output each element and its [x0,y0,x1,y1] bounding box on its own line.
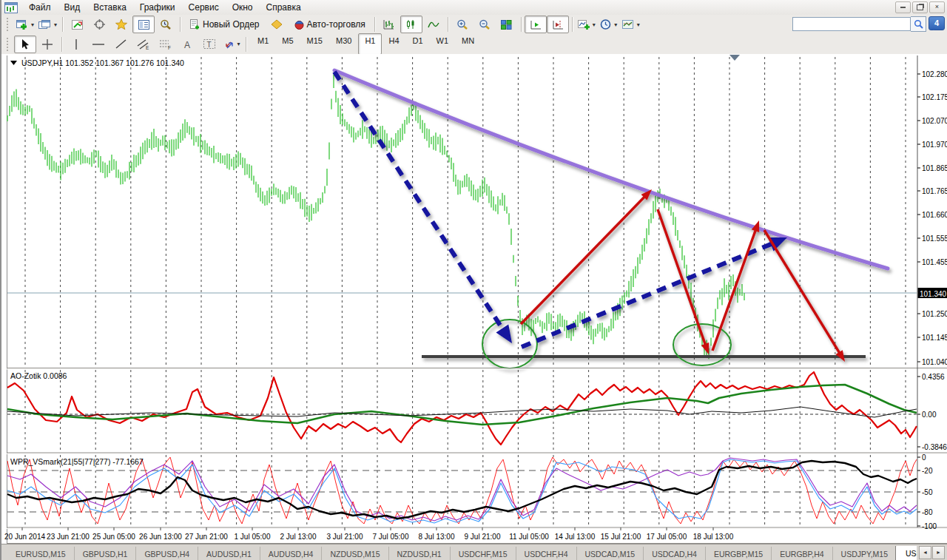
zoom-in-button[interactable] [451,16,474,33]
navigator-button[interactable] [110,16,132,33]
price-axis-label: 101.040 [922,358,947,366]
timeframe-button-mn[interactable]: MN [455,33,481,55]
autotrading-button[interactable]: Авто-торговля [288,16,371,33]
minimize-button[interactable] [895,1,911,13]
vertical-line-icon [73,39,80,50]
chart-tab[interactable]: EURGBP,M15 [705,547,771,560]
toolbar-grip[interactable] [7,18,12,31]
timeframe-button-m1[interactable]: M1 [251,33,275,55]
time-axis-label: 8 Jul 13:00 [419,533,455,541]
crosshair-tool-button[interactable] [36,36,58,53]
vertical-line-tool-button[interactable] [65,36,87,53]
text-tool-button[interactable]: A [176,36,198,53]
new-chart-button[interactable]: ▾ [14,16,36,33]
equidistant-channel-tool-button[interactable]: E [132,36,154,53]
price-axis-label: 101.455 [922,258,947,266]
new-order-icon [189,19,200,30]
toolbar-grip[interactable] [7,38,12,51]
close-button[interactable]: × [929,1,945,13]
timeframe-button-h1[interactable]: H1 [358,33,382,55]
line-chart-button[interactable] [422,16,445,33]
tab-scroll-right-button[interactable]: ► [932,546,945,559]
candlestick-chart-button[interactable] [400,16,422,33]
fibonacci-icon: F [159,39,172,50]
periods-button[interactable]: ▾ [598,16,620,33]
chart-tab[interactable]: GBPUSD,H1 [74,547,136,560]
timeframe-button-m5[interactable]: M5 [275,33,300,55]
chart-tab[interactable]: USDJPY,H1 [895,546,917,560]
chart-tab[interactable]: EURGBP,H4 [771,547,832,560]
chart-tab[interactable]: USDCHF,H4 [516,547,576,560]
strategy-tester-icon [160,19,172,30]
ao-indicator-label: AO-Zotik 0.0086 [10,371,67,380]
chart-tab[interactable]: GBPUSD,H4 [135,547,198,560]
price-axis-label: 102.280 [922,70,947,78]
terminal-icon [138,20,149,30]
menu-item-вид[interactable]: Вид [58,0,87,15]
search-button[interactable] [911,16,926,32]
tile-windows-button[interactable] [496,16,518,33]
fibonacci-tool-button[interactable]: F [154,36,176,53]
community-badge[interactable]: 4 [929,16,945,30]
bar-chart-button[interactable] [378,16,400,33]
metaeditor-button[interactable] [266,16,288,33]
chart-tab[interactable]: NZDUSD,H1 [388,547,450,560]
menu-item-вставка[interactable]: Вставка [87,0,133,15]
chart-tab[interactable]: EURUSD,M15 [7,547,74,560]
strategy-tester-button[interactable] [155,16,177,33]
main-menu: ФайлВидВставкаГрафикиСервисОкноСправка [22,0,308,15]
chart-tab[interactable]: USDCAD,M15 [576,547,644,560]
timeframe-button-m30[interactable]: M30 [329,33,358,55]
menu-item-окно[interactable]: Окно [226,0,260,15]
timeframe-button-d1[interactable]: D1 [406,33,430,55]
zoom-in-icon [456,19,468,30]
arrows-tool-button[interactable]: ▾ [220,36,243,53]
text-label-tool-button[interactable]: T [198,36,220,53]
trendline-tool-button[interactable] [109,36,132,53]
svg-text:T: T [207,41,212,49]
timeframe-button-h4[interactable]: H4 [382,33,405,55]
metaeditor-icon [271,19,283,30]
templates-button[interactable]: ▾ [620,16,642,33]
horizontal-line-tool-button[interactable] [87,36,109,53]
terminal-button[interactable] [132,16,155,33]
tab-scroll-left-button[interactable]: ◄ [919,546,931,559]
time-axis-label: 14 Jul 13:00 [555,533,596,541]
chart-tabs: EURUSD,M15GBPUSD,H1GBPUSD,H4AUDUSD,H1AUD… [7,546,917,560]
svg-text:F: F [168,44,171,50]
new-order-button[interactable]: Новый Ордер [183,16,265,33]
data-window-button[interactable] [88,16,110,33]
profiles-button[interactable]: ▾ [36,16,59,33]
time-axis-label: 15 Jul 21:00 [601,533,641,541]
time-axis-label: 23 Jun 21:00 [47,533,90,541]
chart-tab[interactable]: AUDUSD,H1 [198,547,260,560]
menu-item-справка[interactable]: Справка [260,0,308,15]
chart-tab[interactable]: AUDUSD,H4 [260,547,322,560]
market-watch-icon [72,20,83,30]
toolbar-separator [572,17,573,32]
zoom-out-button[interactable] [474,16,496,33]
chart-shift-button[interactable] [547,16,569,33]
chart-tab[interactable]: NZDUSD,M15 [321,547,388,560]
search-input[interactable] [792,17,911,31]
search-area [792,16,926,32]
chart-area: 102.280102.175102.070101.970101.865101.7… [1,54,947,544]
chart-tab[interactable]: USDJPY,M15 [832,547,896,560]
time-axis-label: 25 Jun 05:00 [92,533,135,541]
chart-tab[interactable]: USDCAD,H4 [643,547,705,560]
cursor-tool-button[interactable] [14,36,36,53]
market-watch-button[interactable] [66,16,88,33]
restore-button[interactable] [912,1,928,13]
chevron-down-icon: ▾ [54,21,57,28]
chart-tab[interactable]: USDCHF,M15 [450,547,516,560]
chart-tab-bar: EURUSD,M15GBPUSD,H1GBPUSD,H4AUDUSD,H1AUD… [1,544,947,560]
menu-item-графики[interactable]: Графики [133,0,182,15]
toolbar-separator [374,17,375,32]
timeframe-button-w1[interactable]: W1 [430,33,456,55]
menu-item-сервис[interactable]: Сервис [182,0,226,15]
timeframe-button-m15[interactable]: M15 [300,33,329,55]
data-window-icon [94,19,105,30]
autoscroll-button[interactable] [525,16,547,33]
indicators-button[interactable]: ▾ [576,16,598,33]
menu-item-файл[interactable]: Файл [22,0,58,15]
